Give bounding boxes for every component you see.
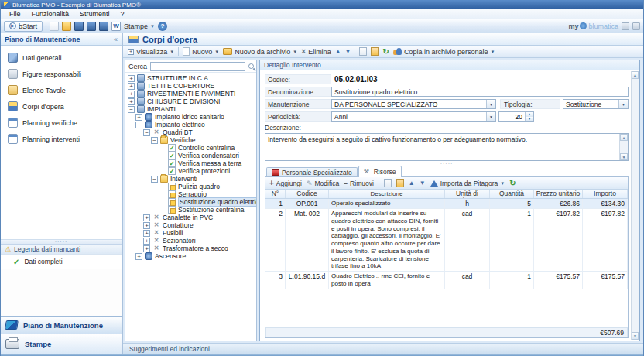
tree-node[interactable]: +CHIUSURE E DIVISIONI <box>125 98 256 105</box>
paste-icon[interactable] <box>371 47 379 56</box>
export-word-icon[interactable]: W <box>111 22 121 31</box>
paste-icon[interactable] <box>396 179 404 187</box>
tree-node[interactable]: +RIVESTIMENTI E PAVIMENTI <box>125 90 256 98</box>
rimuovi-button[interactable]: − Rimuovi <box>344 180 374 187</box>
tree-toggle-icon[interactable]: + <box>143 245 150 252</box>
textarea-scrollbar[interactable]: ▲ ▼ <box>619 134 628 160</box>
importa-pitagora-button[interactable]: Importa da Pitagora ▼ <box>430 180 505 187</box>
stampe-button[interactable]: Stampe ▼ <box>124 22 155 30</box>
manutenzione-select[interactable]: DA PERSONALE SPECIALIZZATO ▼ <box>331 99 496 109</box>
move-down-icon[interactable]: ▼ <box>345 48 351 55</box>
table-row[interactable]: 2Mat. 002Apparecchi modulari da inserire… <box>265 209 628 272</box>
visualizza-button[interactable]: + Visualizza ▼ <box>128 48 174 56</box>
save-all-icon[interactable] <box>87 22 96 31</box>
chevron-down-icon[interactable]: ▼ <box>618 100 628 108</box>
tree-toggle-icon[interactable]: + <box>143 230 150 237</box>
save-icon[interactable] <box>74 22 84 31</box>
nav-stampe[interactable]: Stampe <box>1 334 122 354</box>
modifica-button[interactable]: ✎ Modifica <box>307 180 339 187</box>
tree-toggle-icon[interactable]: + <box>143 238 150 245</box>
tree-node[interactable]: Sostituzione centralina <box>125 206 256 214</box>
scroll-down-icon[interactable]: ▼ <box>620 153 628 160</box>
nav-piano-di-manutenzione[interactable]: Piano di Manutenzione <box>1 316 122 334</box>
column-header[interactable]: N° <box>265 190 286 198</box>
tree-toggle-icon[interactable]: − <box>128 106 135 113</box>
tree-toggle-icon[interactable]: − <box>151 137 158 144</box>
chevron-down-icon[interactable]: ▼ <box>486 100 495 108</box>
column-header[interactable]: Quantità <box>490 190 534 198</box>
save-as-icon[interactable] <box>99 22 108 31</box>
search-icon[interactable] <box>248 63 254 69</box>
collapse-icon[interactable]: « <box>114 36 118 43</box>
tipologia-select[interactable]: Sostituzione ▼ <box>563 99 629 109</box>
nuovo-da-archivio-button[interactable]: Nuovo da archivio ▼ <box>223 48 297 56</box>
copy-icon[interactable] <box>384 179 392 187</box>
move-up-icon[interactable]: ▲ <box>335 48 341 55</box>
tree-toggle-icon[interactable]: + <box>128 75 135 82</box>
tree-node[interactable]: +STRUTTURE IN C.A. <box>125 74 256 82</box>
tree-toggle-icon[interactable]: + <box>143 214 150 221</box>
scroll-down-icon[interactable]: ▼ <box>632 332 639 340</box>
sidebar-item-elenco-tavole[interactable]: Elenco Tavole <box>1 82 122 98</box>
row-down-icon[interactable]: ▼ <box>420 180 426 187</box>
sidebar-item-planning-interventi[interactable]: Planning interventi <box>1 131 122 147</box>
tree-node[interactable]: −Impianto elettrico <box>125 121 256 128</box>
tab-risorse[interactable]: Risorse <box>358 166 402 177</box>
column-header[interactable]: Descrizione <box>329 190 445 198</box>
chevron-down-icon[interactable]: ▼ <box>486 112 495 121</box>
tree-node[interactable]: +✕Sezionatori <box>125 237 256 245</box>
tree-toggle-icon[interactable]: + <box>128 83 135 90</box>
tree-node[interactable]: ✓Verifica condensatori <box>125 152 256 159</box>
periodicita-stepper[interactable]: 20 ▲ ▼ <box>498 111 534 122</box>
tree-node[interactable]: ✓Controllo centralina <box>125 144 256 152</box>
tree-node[interactable]: Pulizia quadro <box>125 183 256 190</box>
tree-toggle-icon[interactable]: − <box>135 122 142 128</box>
descrizione-textarea[interactable]: Intervento da eseguirsi a seguito di cat… <box>265 133 629 161</box>
tree-toggle-icon[interactable]: + <box>143 222 150 229</box>
menu-item[interactable]: Strumenti <box>74 9 115 19</box>
aggiungi-button[interactable]: + Aggiungi <box>269 179 302 187</box>
new-document-icon[interactable] <box>50 22 59 31</box>
help-icon[interactable]: ? <box>158 22 167 31</box>
tree-node[interactable]: +TETTI E COPERTURE <box>125 82 256 90</box>
tree-node[interactable]: +✕Contattore <box>125 221 256 229</box>
tree-toggle-icon[interactable]: + <box>135 114 142 121</box>
detail-scrollbar[interactable]: ▲ ▼ <box>631 71 639 340</box>
sidebar-item-figure-responsabili[interactable]: Figure responsabili <box>1 66 122 82</box>
column-header[interactable]: Codice <box>286 190 329 198</box>
bstart-button[interactable]: ▶ bStart <box>4 21 43 32</box>
nuovo-button[interactable]: Nuovo ▼ <box>183 47 219 56</box>
column-header[interactable]: Importo <box>583 190 628 198</box>
search-input[interactable] <box>150 62 245 71</box>
copy-icon[interactable] <box>359 47 367 56</box>
elimina-button[interactable]: × Elimina <box>301 48 331 56</box>
tree-node[interactable]: ✓Verifica protezioni <box>125 167 256 175</box>
menu-item[interactable]: ? <box>115 9 130 19</box>
column-header[interactable]: Unità di misura <box>445 190 490 198</box>
tree-toggle-icon[interactable]: + <box>128 91 135 98</box>
tree-node[interactable]: ✓Verifica messa a terra <box>125 159 256 167</box>
tree-node[interactable]: +✕Trasformatore a secco <box>125 245 256 252</box>
tree-node[interactable]: −IMPIANTI <box>125 105 256 113</box>
menu-item[interactable]: File <box>4 9 26 19</box>
tree-node[interactable]: +Impianto idrico sanitario <box>125 113 256 121</box>
tree-node[interactable]: +✕Canalette in PVC <box>125 214 256 221</box>
column-header[interactable]: Prezzo unitario <box>534 190 583 198</box>
settings-icon[interactable] <box>632 22 640 30</box>
spin-down-icon[interactable]: ▼ <box>526 117 533 122</box>
table-row[interactable]: 1OP.001Operaio specializzatoh5€26.86€134… <box>265 199 628 209</box>
copia-archivio-button[interactable]: Copia in archivio personale ▼ <box>393 48 495 56</box>
refresh-icon[interactable]: ↻ <box>382 48 389 56</box>
tree-node[interactable]: −✕Quadri BT <box>125 128 256 136</box>
open-folder-icon[interactable] <box>62 22 71 31</box>
tree-node[interactable]: +✕Fusibili <box>125 229 256 237</box>
periodicita-select[interactable]: Anni ▼ <box>331 111 496 122</box>
table-row[interactable]: 3L.01.90.15.dQuadro Eletrico .. rme CEI,… <box>265 272 628 289</box>
tree-toggle-icon[interactable]: + <box>128 98 135 105</box>
refresh-icon[interactable]: ↻ <box>509 180 516 187</box>
tree-toggle-icon[interactable]: − <box>143 129 150 136</box>
sidebar-item-planning-verifiche[interactable]: Planning verifiche <box>1 115 122 131</box>
sidebar-item-dati-generali[interactable]: Dati generali <box>1 50 122 66</box>
tree-toggle-icon[interactable]: − <box>151 176 158 183</box>
tree-node[interactable]: −Interventi <box>125 175 256 183</box>
